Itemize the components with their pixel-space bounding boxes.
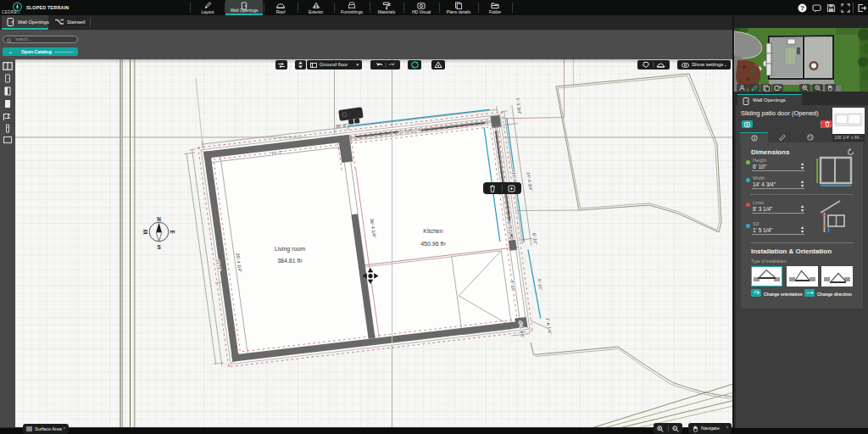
svg-text:?: ? [800,4,804,12]
svg-text:Kitchen: Kitchen [423,228,442,234]
svg-text:450.96 ft²: 450.96 ft² [420,241,446,247]
svg-text:S: S [157,244,160,250]
svg-text:N: N [157,216,161,222]
svg-text:W: W [142,229,148,234]
svg-text:384.81 ft²: 384.81 ft² [277,258,303,264]
svg-text:Living room: Living room [275,246,305,253]
svg-text:E: E [170,230,175,233]
